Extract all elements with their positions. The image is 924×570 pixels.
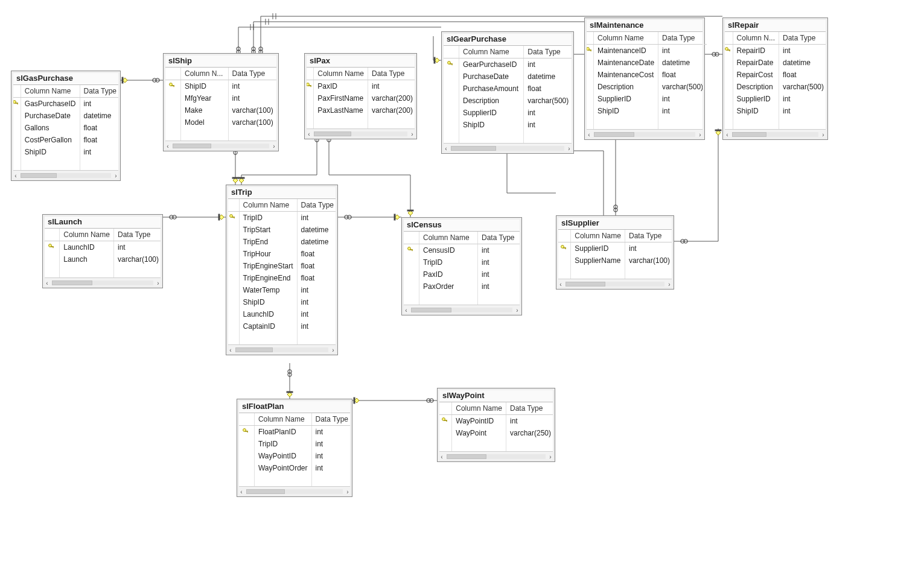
table-row[interactable]: LaunchIDint	[43, 241, 162, 254]
table-row[interactable]: MaintenanceIDint	[585, 45, 707, 57]
table-row[interactable]: PaxFirstNamevarchar(200)	[305, 92, 416, 104]
scroll-thumb[interactable]	[246, 489, 285, 494]
scroll-left-icon[interactable]: ‹	[402, 306, 410, 314]
table-row[interactable]: GasPurchaseIDint	[11, 98, 120, 110]
table-row[interactable]: RepairIDint	[723, 45, 827, 57]
scroll-left-icon[interactable]: ‹	[585, 130, 593, 139]
table-scrollbar[interactable]: ‹›	[438, 451, 555, 461]
table-row[interactable]: CaptainIDint	[226, 320, 337, 332]
table-row[interactable]: FloatPlanIDint	[237, 426, 352, 439]
table-slMaintenance[interactable]: slMaintenanceColumn NameData Type Mainte…	[584, 17, 705, 140]
table-scrollbar[interactable]: ‹›	[723, 129, 827, 139]
table-title[interactable]: slShip	[164, 54, 278, 68]
table-title[interactable]: slGearPurchase	[442, 32, 573, 46]
table-title[interactable]: slWayPoint	[438, 388, 555, 402]
table-slShip[interactable]: slShipColumn N...Data Type ShipIDintMfgY…	[163, 53, 279, 151]
table-slRepair[interactable]: slRepairColumn N...Data Type RepairIDint…	[722, 17, 828, 140]
table-row[interactable]: Descriptionvarchar(500)	[723, 81, 827, 93]
table-row[interactable]: ShipIDint	[442, 119, 573, 131]
diagram-canvas[interactable]: slGasPurchaseColumn NameData Type GasPur…	[0, 0, 924, 570]
table-slSupplier[interactable]: slSupplierColumn NameData Type SupplierI…	[556, 215, 674, 290]
table-scrollbar[interactable]: ‹›	[164, 141, 278, 151]
table-row[interactable]: PaxOrderint	[402, 280, 521, 293]
table-row[interactable]: PurchaseDatedatetime	[11, 110, 120, 122]
table-row[interactable]: WayPointvarchar(250)	[438, 427, 555, 439]
table-row[interactable]: RepairDatedatetime	[723, 57, 827, 69]
table-title[interactable]: slTrip	[226, 185, 337, 199]
scroll-right-icon[interactable]: ›	[546, 452, 555, 461]
table-row[interactable]: SupplierIDint	[556, 242, 674, 255]
scroll-thumb[interactable]	[447, 454, 486, 459]
scroll-track[interactable]	[411, 308, 512, 312]
table-scrollbar[interactable]: ‹›	[402, 305, 521, 315]
scroll-thumb[interactable]	[411, 308, 451, 312]
scroll-left-icon[interactable]: ‹	[43, 279, 51, 287]
table-scrollbar[interactable]: ‹›	[43, 277, 162, 288]
table-slWayPoint[interactable]: slWayPointColumn NameData Type WayPointI…	[437, 388, 555, 462]
table-slPax[interactable]: slPaxColumn NameData Type PaxIDintPaxFir…	[304, 53, 417, 139]
scroll-right-icon[interactable]: ›	[819, 130, 827, 139]
table-row[interactable]: ShipIDint	[164, 80, 278, 93]
table-scrollbar[interactable]: ‹›	[237, 486, 352, 496]
scroll-right-icon[interactable]: ›	[565, 144, 573, 153]
table-row[interactable]: TripHourfloat	[226, 248, 337, 260]
table-row[interactable]: WaterTempint	[226, 284, 337, 296]
table-row[interactable]: GearPurchaseIDint	[442, 59, 573, 71]
table-scrollbar[interactable]: ‹›	[226, 344, 337, 355]
table-row[interactable]: WayPointOrderint	[237, 462, 352, 474]
table-row[interactable]: ShipIDint	[11, 146, 120, 158]
scroll-right-icon[interactable]: ›	[112, 171, 120, 180]
scroll-right-icon[interactable]: ›	[696, 130, 704, 139]
table-row[interactable]: Gallonsfloat	[11, 122, 120, 134]
scroll-track[interactable]	[447, 454, 546, 459]
scroll-track[interactable]	[566, 282, 664, 287]
table-row[interactable]: PurchaseDatedatetime	[442, 71, 573, 83]
table-title[interactable]: slPax	[305, 54, 416, 68]
scroll-right-icon[interactable]: ›	[513, 306, 521, 314]
table-row[interactable]: PurchaseAmountfloat	[442, 83, 573, 95]
table-title[interactable]: slFloatPlan	[237, 399, 352, 413]
scroll-right-icon[interactable]: ›	[270, 142, 278, 150]
table-row[interactable]: PaxIDint	[305, 80, 416, 93]
table-title[interactable]: slSupplier	[556, 216, 674, 230]
table-title[interactable]: slLaunch	[43, 215, 162, 229]
table-scrollbar[interactable]: ‹›	[556, 279, 674, 289]
scroll-thumb[interactable]	[314, 131, 351, 136]
scroll-track[interactable]	[594, 132, 695, 137]
scroll-thumb[interactable]	[594, 132, 634, 137]
scroll-track[interactable]	[314, 131, 407, 136]
scroll-thumb[interactable]	[52, 280, 92, 285]
scroll-track[interactable]	[451, 146, 564, 151]
table-row[interactable]: TripIDint	[237, 438, 352, 450]
table-title[interactable]: slCensus	[402, 218, 521, 232]
scroll-left-icon[interactable]: ‹	[164, 142, 172, 150]
table-row[interactable]: SupplierIDint	[442, 107, 573, 119]
table-row[interactable]: TripEnddatetime	[226, 236, 337, 248]
table-slTrip[interactable]: slTripColumn NameData Type TripIDintTrip…	[226, 185, 338, 355]
table-row[interactable]: MfgYearint	[164, 92, 278, 104]
table-row[interactable]: LaunchIDint	[226, 308, 337, 320]
table-slGearPurchase[interactable]: slGearPurchaseColumn NameData Type GearP…	[441, 31, 574, 154]
table-row[interactable]: SupplierIDint	[585, 93, 707, 105]
table-title[interactable]: slGasPurchase	[11, 71, 120, 85]
scroll-track[interactable]	[173, 144, 269, 148]
scroll-track[interactable]	[235, 347, 328, 352]
table-row[interactable]: TripIDint	[402, 256, 521, 268]
table-row[interactable]: TripIDint	[226, 212, 337, 224]
table-row[interactable]: Descriptionvarchar(500)	[585, 81, 707, 93]
scroll-thumb[interactable]	[173, 144, 211, 148]
scroll-left-icon[interactable]: ‹	[438, 452, 446, 461]
table-slFloatPlan[interactable]: slFloatPlanColumn NameData Type FloatPla…	[237, 399, 352, 497]
table-row[interactable]: Makevarchar(100)	[164, 104, 278, 116]
table-title[interactable]: slMaintenance	[585, 18, 704, 32]
table-row[interactable]: CensusIDint	[402, 244, 521, 257]
table-row[interactable]: TripEngineStartfloat	[226, 260, 337, 272]
scroll-track[interactable]	[21, 173, 111, 178]
table-row[interactable]: PaxIDint	[402, 268, 521, 280]
scroll-right-icon[interactable]: ›	[665, 280, 674, 288]
table-row[interactable]: MaintenanceCostfloat	[585, 69, 707, 81]
scroll-left-icon[interactable]: ‹	[723, 130, 731, 139]
table-row[interactable]: CostPerGallonfloat	[11, 134, 120, 146]
table-row[interactable]: WayPointIDint	[438, 415, 555, 428]
scroll-thumb[interactable]	[732, 132, 766, 137]
